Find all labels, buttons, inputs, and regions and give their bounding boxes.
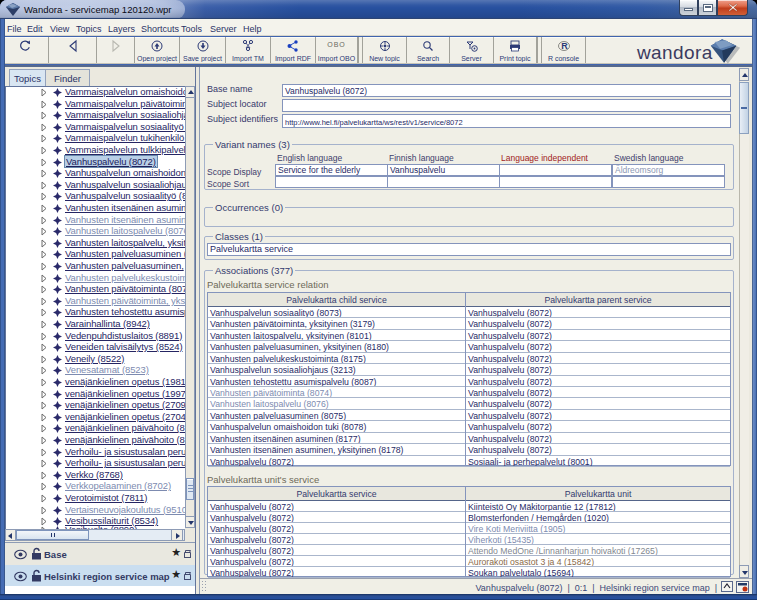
svg-text:R: R — [561, 41, 568, 51]
